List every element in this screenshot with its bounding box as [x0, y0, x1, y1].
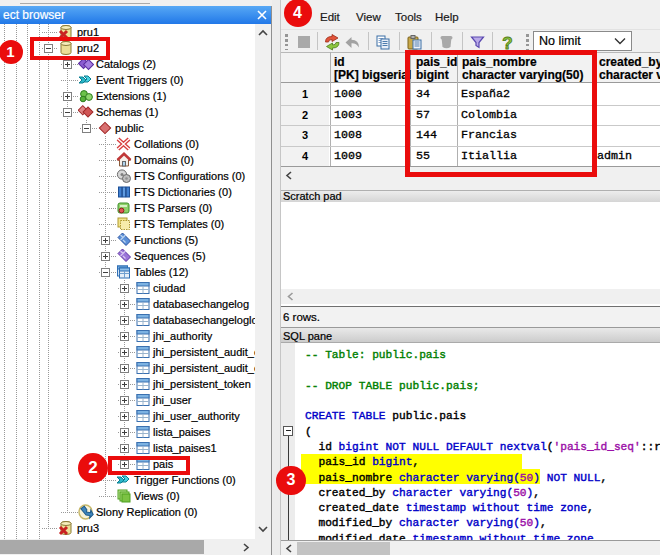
svg-text:?: ? [502, 34, 512, 51]
